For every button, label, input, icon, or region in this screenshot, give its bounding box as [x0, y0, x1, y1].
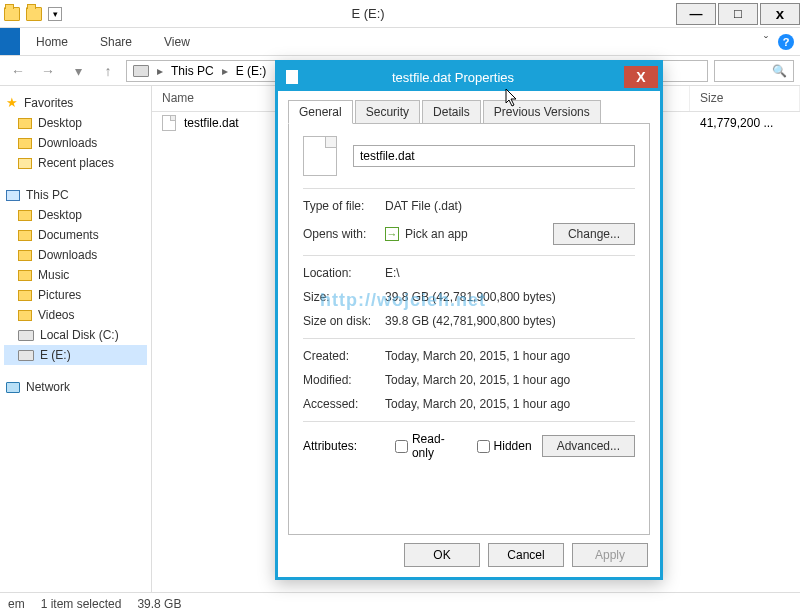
folder-icon [18, 290, 32, 301]
star-icon: ★ [6, 95, 18, 110]
sidebar-item-videos[interactable]: Videos [4, 305, 147, 325]
tab-general[interactable]: General [288, 100, 353, 124]
accessed-label: Accessed: [303, 397, 385, 411]
dialog-titlebar[interactable]: testfile.dat Properties X [278, 63, 660, 91]
cancel-button[interactable]: Cancel [488, 543, 564, 567]
dialog-tabs: General Security Details Previous Versio… [288, 100, 650, 124]
hidden-checkbox[interactable]: Hidden [477, 439, 532, 453]
tab-share[interactable]: Share [84, 28, 148, 55]
type-label: Type of file: [303, 199, 385, 213]
col-size[interactable]: Size [690, 86, 800, 111]
maximize-button[interactable]: □ [718, 3, 758, 25]
sidebar-item-recent[interactable]: Recent places [4, 153, 147, 173]
accessed-value: Today, March 20, 2015, 1 hour ago [385, 397, 635, 411]
sidebar-item-music[interactable]: Music [4, 265, 147, 285]
folder-icon [18, 230, 32, 241]
open-folder-icon [26, 7, 42, 21]
qat-dropdown[interactable]: ▾ [48, 7, 62, 21]
location-value: E:\ [385, 266, 635, 280]
change-button[interactable]: Change... [553, 223, 635, 245]
tab-general-content: Type of file:DAT File (.dat) Opens with:… [288, 123, 650, 535]
sidebar-item-pictures[interactable]: Pictures [4, 285, 147, 305]
size-label: Size: [303, 290, 385, 304]
file-icon [162, 115, 176, 131]
nav-pane: ★Favorites Desktop Downloads Recent plac… [0, 86, 152, 592]
forward-button[interactable]: → [36, 59, 60, 83]
folder-icon [18, 210, 32, 221]
opens-with-value: →Pick an app [385, 227, 553, 241]
size-on-disk-label: Size on disk: [303, 314, 385, 328]
sidebar-item-drive-c[interactable]: Local Disk (C:) [4, 325, 147, 345]
close-button[interactable]: x [760, 3, 800, 25]
recent-locations[interactable]: ▾ [66, 59, 90, 83]
filename-input[interactable] [353, 145, 635, 167]
size-value: 39.8 GB (42,781,900,800 bytes) [385, 290, 635, 304]
app-icon: → [385, 227, 399, 241]
status-sel-size: 39.8 GB [137, 597, 181, 611]
tab-details[interactable]: Details [422, 100, 481, 124]
sidebar-item-desktop[interactable]: Desktop [4, 113, 147, 133]
ribbon: Home Share View ˇ ? [0, 28, 800, 56]
folder-icon [18, 270, 32, 281]
window-title: E (E:) [62, 6, 674, 21]
location-label: Location: [303, 266, 385, 280]
readonly-checkbox[interactable]: Read-only [395, 432, 467, 460]
ribbon-collapse[interactable]: ˇ [764, 35, 768, 49]
folder-icon [18, 250, 32, 261]
favorites-group[interactable]: ★Favorites [4, 92, 147, 113]
sidebar-item-desktop2[interactable]: Desktop [4, 205, 147, 225]
folder-icon [18, 310, 32, 321]
advanced-button[interactable]: Advanced... [542, 435, 635, 457]
modified-value: Today, March 20, 2015, 1 hour ago [385, 373, 635, 387]
up-button[interactable]: ↑ [96, 59, 120, 83]
thispc-group[interactable]: This PC [4, 185, 147, 205]
ok-button[interactable]: OK [404, 543, 480, 567]
dialog-footer: OK Cancel Apply [278, 535, 660, 575]
drive-icon [18, 350, 34, 361]
tab-previous-versions[interactable]: Previous Versions [483, 100, 601, 124]
size-on-disk-value: 39.8 GB (42,781,900,800 bytes) [385, 314, 635, 328]
dialog-title: testfile.dat Properties [306, 70, 624, 85]
type-value: DAT File (.dat) [385, 199, 635, 213]
apply-button[interactable]: Apply [572, 543, 648, 567]
minimize-button[interactable]: — [676, 3, 716, 25]
created-label: Created: [303, 349, 385, 363]
tab-home[interactable]: Home [20, 28, 84, 55]
network-icon [6, 382, 20, 393]
tab-view[interactable]: View [148, 28, 206, 55]
folder-icon [18, 138, 32, 149]
crumb-this-pc[interactable]: This PC [171, 64, 214, 78]
opens-with-label: Opens with: [303, 227, 385, 241]
created-value: Today, March 20, 2015, 1 hour ago [385, 349, 635, 363]
status-items: em [8, 597, 25, 611]
crumb-drive[interactable]: E (E:) [236, 64, 267, 78]
folder-icon [18, 158, 32, 169]
folder-icon [4, 7, 20, 21]
sidebar-item-documents[interactable]: Documents [4, 225, 147, 245]
tab-security[interactable]: Security [355, 100, 420, 124]
drive-icon [18, 330, 34, 341]
dialog-close-button[interactable]: X [624, 66, 658, 88]
sidebar-item-drive-e[interactable]: E (E:) [4, 345, 147, 365]
file-size: 41,779,200 ... [700, 116, 800, 130]
explorer-titlebar: ▾ E (E:) — □ x [0, 0, 800, 28]
attributes-label: Attributes: [303, 439, 385, 453]
pc-icon [6, 190, 20, 201]
document-icon [286, 70, 298, 84]
back-button[interactable]: ← [6, 59, 30, 83]
status-selected: 1 item selected [41, 597, 122, 611]
sidebar-item-downloads2[interactable]: Downloads [4, 245, 147, 265]
network-group[interactable]: Network [4, 377, 147, 397]
sidebar-item-downloads[interactable]: Downloads [4, 133, 147, 153]
modified-label: Modified: [303, 373, 385, 387]
search-box[interactable]: 🔍 [714, 60, 794, 82]
folder-icon [18, 118, 32, 129]
search-icon: 🔍 [772, 64, 787, 78]
file-type-icon [303, 136, 337, 176]
drive-icon [133, 65, 149, 77]
file-tab[interactable] [0, 28, 20, 55]
properties-dialog: testfile.dat Properties X General Securi… [275, 60, 663, 580]
help-icon[interactable]: ? [778, 34, 794, 50]
status-bar: em 1 item selected 39.8 GB [0, 592, 800, 614]
